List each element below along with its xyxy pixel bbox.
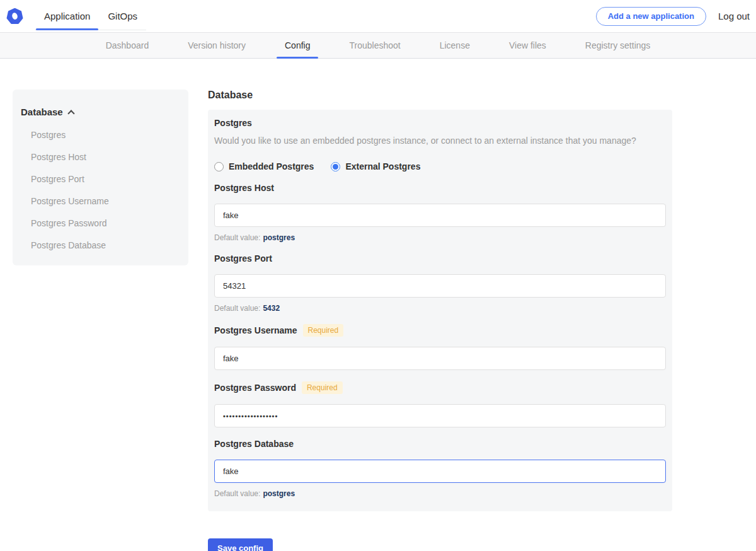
radio-unselected-icon <box>214 162 224 171</box>
postgres-host-input[interactable] <box>214 204 666 227</box>
subnav-config[interactable]: Config <box>277 33 318 58</box>
field-label-postgres-database: Postgres Database <box>214 439 294 450</box>
field-label-postgres: Postgres <box>214 118 666 129</box>
config-item-postgres-username: Postgres Username Required <box>214 324 666 370</box>
sidebar-item-postgres-password[interactable]: Postgres Password <box>31 219 176 228</box>
postgres-radio-group: Embedded Postgres External Postgres <box>214 161 666 171</box>
postgres-password-input[interactable] <box>214 404 666 427</box>
radio-external-postgres-label: External Postgres <box>345 161 420 171</box>
field-label-postgres-port: Postgres Port <box>214 253 272 264</box>
sidebar-item-postgres[interactable]: Postgres <box>31 130 176 139</box>
top-nav-tabs: Application GitOps <box>35 0 146 32</box>
config-item-postgres-database: Postgres Database Default value:postgres <box>214 439 666 498</box>
sidebar-item-postgres-port[interactable]: Postgres Port <box>31 175 176 183</box>
radio-external-postgres[interactable]: External Postgres <box>331 161 420 171</box>
default-value-label: Default value: <box>214 489 260 498</box>
config-group-title: Database <box>208 90 672 101</box>
sidebar-group-database[interactable]: Database <box>21 107 176 117</box>
subnav-troubleshoot[interactable]: Troubleshoot <box>341 33 408 58</box>
subnav-license[interactable]: License <box>432 33 478 58</box>
default-value-label: Default value: <box>214 233 260 242</box>
app-logo[interactable] <box>6 0 23 32</box>
postgres-username-input[interactable] <box>214 347 666 370</box>
top-nav: Application GitOps Add a new application… <box>0 0 756 32</box>
config-item-postgres-password: Postgres Password Required <box>214 381 666 427</box>
subnav-registry-settings[interactable]: Registry settings <box>577 33 658 58</box>
content-area: Database Postgres Postgres Host Postgres… <box>0 59 756 551</box>
tab-gitops[interactable]: GitOps <box>100 0 146 32</box>
field-label-postgres-password: Postgres Password <box>214 383 296 393</box>
config-sidebar: Database Postgres Postgres Host Postgres… <box>13 90 188 265</box>
save-config-button[interactable]: Save config <box>208 538 273 551</box>
sidebar-group-title: Database <box>21 107 63 117</box>
config-item-postgres-host: Postgres Host Default value:postgres <box>214 183 666 242</box>
subnav-version-history[interactable]: Version history <box>180 33 254 58</box>
config-main: Database Postgres Would you like to use … <box>208 90 672 551</box>
field-label-postgres-username: Postgres Username <box>214 325 297 336</box>
field-help-postgres: Would you like to use an embedded postgr… <box>214 136 666 146</box>
radio-selected-icon <box>331 162 340 171</box>
radio-embedded-postgres-label: Embedded Postgres <box>229 161 314 171</box>
sidebar-item-postgres-username[interactable]: Postgres Username <box>31 197 176 206</box>
postgres-port-input[interactable] <box>214 274 666 298</box>
add-application-button[interactable]: Add a new application <box>596 7 706 26</box>
radio-embedded-postgres[interactable]: Embedded Postgres <box>214 161 314 171</box>
sidebar-item-list: Postgres Postgres Host Postgres Port Pos… <box>31 130 176 250</box>
postgres-database-input[interactable] <box>214 460 666 483</box>
app-logo-icon <box>6 8 23 25</box>
subnav-view-files[interactable]: View files <box>501 33 554 58</box>
postgres-host-default: Default value:postgres <box>214 233 666 242</box>
default-value: postgres <box>263 489 295 498</box>
required-badge: Required <box>303 324 344 337</box>
sidebar-item-postgres-host[interactable]: Postgres Host <box>31 153 176 161</box>
app-sub-nav: Dashboard Version history Config Trouble… <box>0 32 756 59</box>
chevron-up-icon <box>67 110 74 117</box>
sidebar-item-postgres-database[interactable]: Postgres Database <box>31 241 176 250</box>
required-badge: Required <box>302 381 343 394</box>
default-value: 5432 <box>263 304 280 313</box>
config-item-postgres-port: Postgres Port Default value:5432 <box>214 253 666 313</box>
config-group-box: Postgres Would you like to use an embedd… <box>208 110 672 511</box>
postgres-database-default: Default value:postgres <box>214 489 666 498</box>
tab-application[interactable]: Application <box>36 0 98 32</box>
tab-gitops-label: GitOps <box>108 11 137 21</box>
default-value-label: Default value: <box>214 304 260 313</box>
tab-application-label: Application <box>44 11 90 21</box>
field-label-postgres-host: Postgres Host <box>214 183 274 194</box>
subnav-dashboard[interactable]: Dashboard <box>98 33 158 58</box>
top-nav-right: Add a new application Log out <box>596 0 750 32</box>
postgres-port-default: Default value:5432 <box>214 304 666 313</box>
logout-link[interactable]: Log out <box>718 11 750 21</box>
default-value: postgres <box>263 233 295 242</box>
config-item-postgres: Postgres Would you like to use an embedd… <box>214 118 666 171</box>
